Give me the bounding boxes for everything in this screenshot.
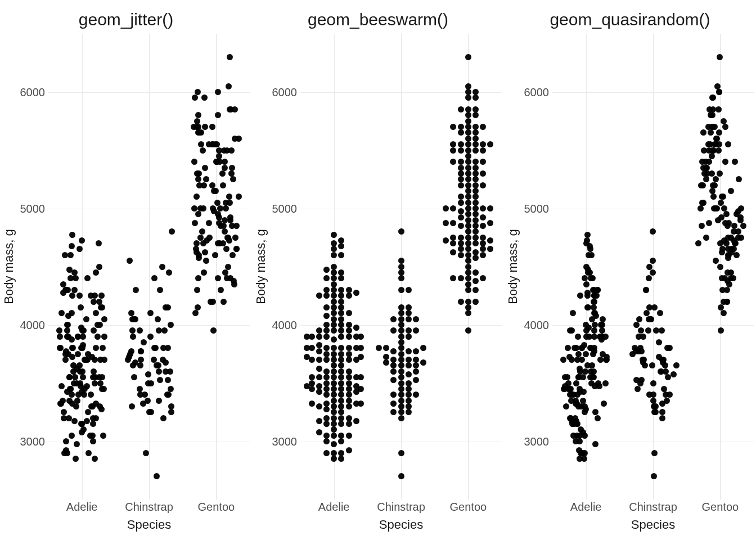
data-point [664,398,670,404]
data-point [338,345,344,351]
data-point [376,345,382,351]
plot-area [48,34,250,500]
data-point [650,380,656,386]
data-point [472,194,479,200]
data-point [353,290,359,296]
data-point [168,322,174,328]
data-point [346,421,352,427]
data-point [465,136,471,142]
data-point [711,205,717,212]
data-point [398,374,404,380]
data-point [331,252,337,258]
data-point [736,176,742,182]
data-point [358,386,364,392]
x-axis-label: Species [506,516,754,540]
data-point [69,292,75,299]
data-point [200,147,206,154]
data-point [398,368,404,375]
data-point [465,176,471,182]
data-point [323,304,330,310]
data-point [92,456,98,462]
data-point [203,258,209,264]
data-point [323,275,330,281]
data-point [465,304,471,310]
data-point [585,267,591,273]
x-tick-label: Gentoo [198,501,235,514]
data-point [143,450,149,456]
data-point [472,217,479,223]
data-point [740,223,746,229]
data-point [338,292,344,299]
data-point [716,89,722,95]
data-point [66,267,73,273]
x-tick-label: Adelie [66,501,98,514]
data-point [90,374,96,380]
data-point [721,118,727,124]
data-point [64,322,70,328]
data-point [331,456,337,462]
data-point [390,316,397,322]
data-point [309,400,315,407]
data-point [716,147,722,154]
data-point [309,357,315,363]
data-point [94,334,101,340]
data-point [413,327,419,334]
data-point [75,351,81,357]
data-point [62,357,69,363]
data-point [602,380,609,386]
data-point [480,214,486,220]
data-point [592,409,598,415]
data-point [65,313,71,319]
data-point [719,287,726,293]
data-point [443,237,449,244]
data-point [646,264,652,270]
data-point [406,380,412,386]
data-point [709,188,716,194]
data-point [194,194,200,200]
data-point [465,170,471,177]
data-point [331,240,337,246]
data-point [591,327,597,334]
data-point [228,147,235,154]
data-point [80,374,86,380]
data-point [406,327,412,334]
data-point [148,380,154,386]
ylab-col: Body mass, g [506,34,520,500]
data-point [226,83,232,89]
data-point [458,165,464,171]
data-point [651,450,658,456]
data-point [398,403,404,410]
data-point [323,267,330,273]
data-point [346,357,352,363]
data-point [71,287,78,293]
data-point [600,316,606,322]
data-point [346,374,352,380]
data-point [96,240,102,246]
data-point [390,362,397,368]
data-point [141,339,147,345]
data-point [346,392,352,398]
data-point [656,339,662,345]
data-point [331,441,337,447]
data-point [222,228,228,235]
data-point [670,371,677,377]
data-point [450,220,456,226]
data-point [358,345,364,351]
data-point [390,327,397,334]
data-point [573,380,579,386]
data-point [222,269,228,276]
data-point [316,418,322,424]
data-point [147,310,154,316]
data-point [316,429,322,435]
data-point [331,345,337,351]
data-point [192,310,199,316]
data-point [472,200,479,206]
data-point [323,351,330,357]
data-point [331,368,337,375]
data-point [706,220,712,226]
x-tick-label: Adelie [318,501,350,514]
data-point [227,106,233,112]
data-point [582,433,588,439]
data-point [595,287,601,293]
data-point [229,165,235,171]
